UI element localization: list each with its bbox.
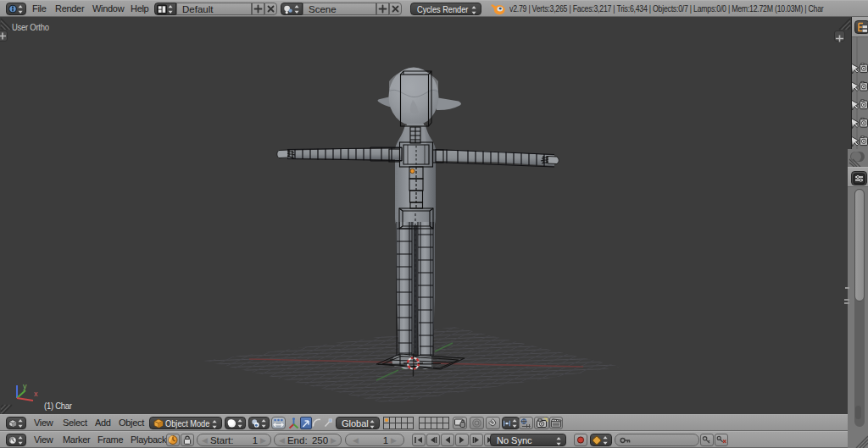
svg-text:x: x bbox=[34, 390, 38, 398]
svg-text:y: y bbox=[23, 382, 27, 390]
